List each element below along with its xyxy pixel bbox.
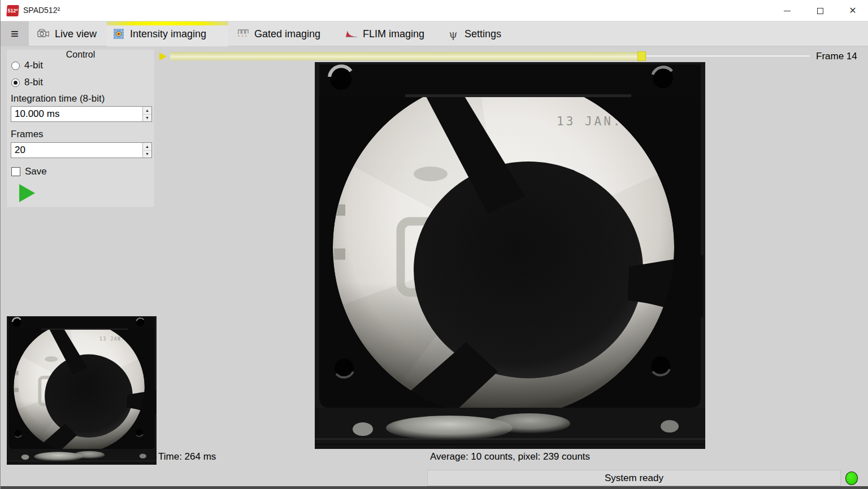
integration-time-spin-buttons[interactable]: ▲ ▼	[142, 107, 151, 121]
tab-live-view[interactable]: Live view	[32, 21, 105, 46]
radio-4bit[interactable]: 4-bit	[11, 60, 43, 71]
application-window: 512² SPAD512² ✕ ≡ Live view	[0, 0, 868, 489]
close-button[interactable]: ✕	[840, 0, 866, 21]
tab-settings[interactable]: ψ Settings	[441, 21, 509, 46]
frames-label: Frames	[11, 129, 44, 140]
integration-time-input[interactable]: 10.000 ms ▲ ▼	[11, 106, 152, 122]
save-checkbox[interactable]	[11, 167, 20, 176]
window-bottom-border	[1, 486, 868, 489]
window-title: SPAD512²	[23, 6, 60, 15]
maximize-icon	[817, 8, 823, 14]
radio-8bit[interactable]: 8-bit	[11, 77, 43, 88]
fan-photo-art: 13 JAN. 2 31	[315, 62, 705, 449]
acquisition-time-label: Time: 264 ms	[158, 451, 216, 462]
spin-up-icon[interactable]: ▲	[143, 143, 151, 151]
hamburger-icon: ≡	[11, 26, 19, 42]
frame-slider-track[interactable]	[170, 52, 638, 60]
intensity-colormap-icon	[112, 29, 125, 39]
maximize-button[interactable]	[807, 0, 833, 21]
tab-label: Live view	[55, 28, 97, 40]
integration-time-value: 10.000 ms	[15, 108, 59, 120]
spin-down-icon[interactable]: ▼	[143, 115, 151, 122]
menu-button[interactable]: ≡	[1, 21, 29, 46]
frame-slider-handle[interactable]	[637, 51, 646, 61]
tab-flim-imaging[interactable]: FLIM imaging	[340, 21, 440, 46]
radio-8bit-label: 8-bit	[24, 77, 43, 88]
frames-input[interactable]: 20 ▲ ▼	[11, 142, 152, 158]
start-acquisition-button[interactable]	[19, 184, 35, 202]
title-bar: 512² SPAD512² ✕	[1, 0, 868, 21]
pulse-wave-icon	[237, 29, 249, 39]
app-logo-icon: 512²	[6, 5, 19, 16]
radio-8bit-circle[interactable]	[11, 78, 20, 87]
minimize-button[interactable]	[774, 0, 800, 21]
save-label: Save	[25, 166, 47, 177]
frame-number-label: Frame 14	[816, 51, 857, 62]
frames-value: 20	[15, 145, 25, 156]
spin-up-icon[interactable]: ▲	[143, 107, 151, 115]
control-panel: Control 4-bit 8-bit Integration time (8-…	[6, 50, 155, 208]
tab-gated-imaging[interactable]: Gated imaging	[231, 21, 336, 46]
tab-intensity-imaging[interactable]: Intensity imaging	[107, 21, 228, 46]
tab-label: Gated imaging	[254, 28, 320, 40]
main-toolbar: ≡ Live view Intensity imaging	[1, 21, 868, 46]
tab-label: FLIM imaging	[363, 28, 424, 40]
camera-icon	[37, 29, 50, 39]
status-bar: System ready	[427, 470, 841, 486]
active-tab-indicator	[107, 21, 228, 25]
integration-time-label: Integration time (8-bit)	[11, 93, 105, 104]
decay-curve-icon	[345, 29, 358, 39]
main-image-view[interactable]: 13 JAN. 2 31	[315, 62, 705, 449]
radio-4bit-circle[interactable]	[11, 62, 20, 70]
counts-stats-label: Average: 10 counts, pixel: 239 counts	[315, 451, 705, 462]
save-checkbox-row[interactable]: Save	[11, 166, 47, 177]
frames-spin-buttons[interactable]: ▲ ▼	[142, 143, 151, 158]
system-ready-indicator-icon	[845, 471, 858, 485]
frame-slider-track-empty[interactable]	[646, 55, 810, 56]
tab-label: Settings	[465, 28, 501, 40]
play-frames-icon[interactable]	[159, 53, 167, 60]
radio-4bit-label: 4-bit	[24, 60, 43, 71]
overlay-date-text: 13 JAN.	[557, 115, 623, 128]
control-panel-title: Control	[7, 50, 154, 59]
tab-label: Intensity imaging	[130, 28, 206, 40]
spin-down-icon[interactable]: ▼	[143, 151, 151, 158]
minimize-icon	[784, 11, 791, 11]
thumbnail-image[interactable]	[7, 316, 157, 465]
status-message: System ready	[605, 473, 663, 484]
close-icon: ✕	[849, 6, 856, 15]
psi-icon: ψ	[447, 29, 459, 39]
